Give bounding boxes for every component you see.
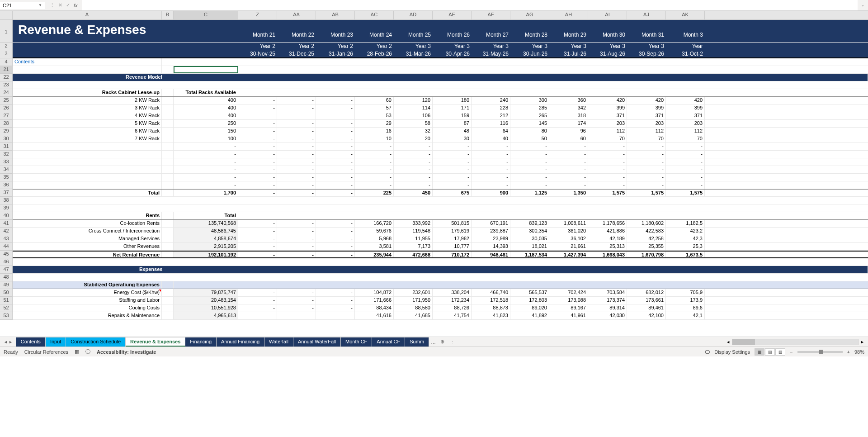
- data-cell[interactable]: 42,3: [666, 235, 705, 242]
- tab-more-icon[interactable]: …: [429, 339, 438, 345]
- row-header-35[interactable]: 35: [0, 174, 12, 181]
- data-cell[interactable]: 361,020: [549, 228, 588, 235]
- data-cell[interactable]: -: [510, 143, 549, 150]
- contents-link[interactable]: Contents: [13, 58, 162, 66]
- data-cell[interactable]: -: [394, 181, 433, 189]
- row-header-47[interactable]: 47: [0, 266, 12, 274]
- data-cell[interactable]: -: [277, 143, 316, 150]
- data-cell[interactable]: -: [433, 181, 472, 189]
- data-cell[interactable]: 30,035: [510, 235, 549, 242]
- data-cell[interactable]: 342: [549, 104, 588, 112]
- data-cell[interactable]: 173,088: [549, 297, 588, 304]
- data-cell[interactable]: 70: [588, 135, 627, 142]
- data-cell[interactable]: 70: [627, 135, 666, 142]
- row-header-38[interactable]: 38: [0, 197, 12, 204]
- data-cell[interactable]: -: [238, 304, 277, 312]
- data-cell[interactable]: 239,887: [472, 228, 510, 235]
- data-cell[interactable]: 88,434: [355, 304, 394, 312]
- data-cell[interactable]: 703,584: [588, 289, 627, 296]
- zoom-level[interactable]: 98%: [854, 349, 864, 355]
- data-cell[interactable]: -: [277, 158, 316, 166]
- data-cell[interactable]: -: [316, 252, 355, 257]
- data-cell[interactable]: -: [627, 166, 666, 173]
- data-cell[interactable]: -: [238, 228, 277, 235]
- view-pagebreak-icon[interactable]: ▥: [775, 348, 785, 356]
- data-cell[interactable]: 333,992: [394, 220, 433, 227]
- data-cell[interactable]: -: [316, 151, 355, 158]
- data-cell[interactable]: -: [355, 158, 394, 166]
- data-cell[interactable]: 235,944: [355, 252, 394, 257]
- data-cell[interactable]: -: [588, 158, 627, 166]
- data-cell[interactable]: 42,258: [627, 235, 666, 242]
- data-cell[interactable]: -: [472, 151, 510, 158]
- data-cell[interactable]: -: [549, 181, 588, 189]
- sheet-tab[interactable]: Month CF: [341, 337, 372, 347]
- data-cell[interactable]: -: [666, 181, 705, 189]
- col-header-ad[interactable]: AD: [394, 11, 433, 19]
- sheet-tab[interactable]: Waterfall: [264, 337, 293, 347]
- data-cell[interactable]: -: [394, 166, 433, 173]
- data-cell[interactable]: 58: [394, 120, 433, 127]
- row-header-31[interactable]: 31: [0, 143, 12, 151]
- data-cell[interactable]: -: [627, 143, 666, 150]
- data-cell[interactable]: 318: [549, 112, 588, 119]
- col-header-ac[interactable]: AC: [355, 11, 394, 19]
- data-cell[interactable]: 29: [355, 120, 394, 127]
- data-cell[interactable]: -: [433, 174, 472, 181]
- data-cell[interactable]: -: [355, 151, 394, 158]
- status-accessibility[interactable]: Accessibility: Investigate: [97, 349, 156, 355]
- col-header-ae[interactable]: AE: [433, 11, 472, 19]
- data-cell[interactable]: 232,601: [394, 289, 433, 296]
- data-cell[interactable]: 88,580: [394, 304, 433, 312]
- data-cell[interactable]: -: [316, 190, 355, 196]
- row-header-28[interactable]: 28: [0, 120, 12, 128]
- dropdown-icon[interactable]: ⋮: [50, 2, 55, 8]
- data-cell[interactable]: 18,021: [510, 243, 549, 250]
- data-cell[interactable]: 1,668,043: [588, 252, 627, 257]
- row-header-53[interactable]: 53: [0, 312, 12, 320]
- data-cell[interactable]: 371: [588, 112, 627, 119]
- data-cell[interactable]: -: [277, 228, 316, 235]
- data-cell[interactable]: 32: [394, 128, 433, 135]
- data-cell[interactable]: -: [238, 143, 277, 150]
- data-cell[interactable]: 42,030: [588, 312, 627, 319]
- data-cell[interactable]: -: [549, 166, 588, 173]
- data-cell[interactable]: 265: [510, 112, 549, 119]
- data-cell[interactable]: 173,9: [666, 297, 705, 304]
- view-layout-icon[interactable]: ▤: [765, 348, 775, 356]
- zoom-out-icon[interactable]: −: [790, 349, 793, 355]
- data-cell[interactable]: 5,968: [355, 235, 394, 242]
- data-cell[interactable]: 171: [433, 104, 472, 112]
- data-cell[interactable]: 106: [394, 112, 433, 119]
- data-cell[interactable]: -: [238, 158, 277, 166]
- data-cell[interactable]: 80: [510, 128, 549, 135]
- data-cell[interactable]: 285: [510, 104, 549, 112]
- data-cell[interactable]: 96: [549, 128, 588, 135]
- data-cell[interactable]: 670,191: [472, 220, 510, 227]
- data-cell[interactable]: -: [316, 104, 355, 112]
- data-cell[interactable]: 240: [472, 97, 510, 104]
- data-cell[interactable]: 180: [433, 97, 472, 104]
- spreadsheet-grid[interactable]: A B C Z AA AB AC AD AE AF AG AH AI AJ AK…: [0, 11, 868, 337]
- data-cell[interactable]: 114: [394, 104, 433, 112]
- data-cell[interactable]: -: [277, 312, 316, 319]
- data-cell[interactable]: -: [277, 235, 316, 242]
- col-header-af[interactable]: AF: [472, 11, 510, 19]
- data-cell[interactable]: 399: [627, 104, 666, 112]
- data-cell[interactable]: -: [277, 97, 316, 104]
- data-cell[interactable]: 120: [394, 97, 433, 104]
- data-cell[interactable]: -: [472, 166, 510, 173]
- data-cell[interactable]: 399: [588, 104, 627, 112]
- data-cell[interactable]: 422,583: [627, 228, 666, 235]
- row-header-23[interactable]: 23: [0, 81, 12, 89]
- data-cell[interactable]: 25,355: [627, 243, 666, 250]
- data-cell[interactable]: -: [433, 143, 472, 150]
- data-cell[interactable]: 399: [666, 104, 705, 112]
- data-cell[interactable]: -: [549, 143, 588, 150]
- data-cell[interactable]: -: [355, 181, 394, 189]
- data-cell[interactable]: 10: [355, 135, 394, 142]
- data-cell[interactable]: -: [588, 151, 627, 158]
- data-cell[interactable]: 421,886: [588, 228, 627, 235]
- data-cell[interactable]: -: [627, 151, 666, 158]
- data-cell[interactable]: 300,354: [510, 228, 549, 235]
